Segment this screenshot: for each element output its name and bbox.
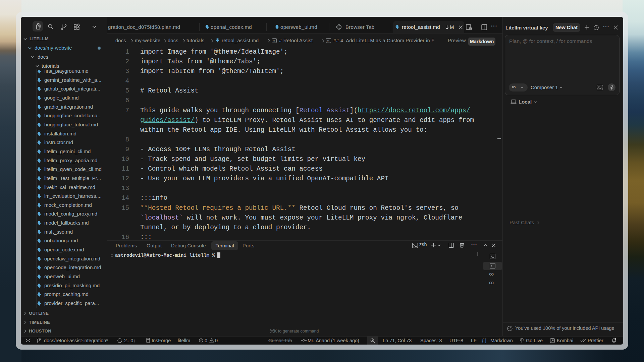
svg-text:M: M (327, 39, 329, 42)
svg-text:M: M (273, 39, 275, 42)
